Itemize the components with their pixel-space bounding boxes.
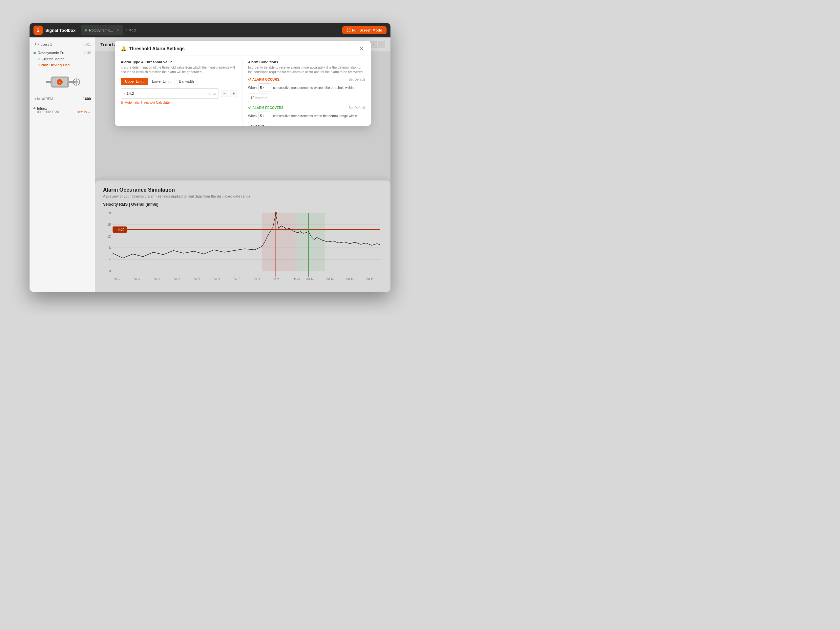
alarm-occurs-inputs: When 5 ▾ consecutive measurements exceed… [248,83,365,102]
recovers-count-arrow: ▾ [263,115,264,117]
alarm-recovers-hours-select[interactable]: 12 hours ▾ [248,122,269,126]
alarm-recovers-set-default[interactable]: Set Default [349,106,365,110]
right-panel: Trend Analytics 📈 Chart Selection Defaul… [95,38,390,292]
fullscreen-button[interactable]: ⛶ Full Screen Mode [342,26,387,34]
alarm-type-title: Alarm Type & Threshold Value [121,60,237,64]
when-label-recovers: When [248,114,257,118]
threshold-row: ↑ 14.2 mm/s − + [121,88,237,99]
infinity-status-dot [33,107,35,109]
process-name: Process 1 [38,43,52,46]
infinity-name: Infinity [37,106,47,110]
alarm-occurs-label: ↺ ALARM OCCURS, [248,78,280,81]
alarm-occurs-count-select[interactable]: 5 ▾ [258,83,272,92]
top-bar: S Signal Toolbox Rotodynamic... ✕ + Add … [30,23,390,38]
occurs-count: 5 [260,86,262,90]
alarm-occurs-header: ↺ ALARM OCCURS, Set Default [248,78,365,81]
alarm-recovers-text: ALARM RECOVERS, [252,106,284,110]
alarm-occurs-section: ↺ ALARM OCCURS, Set Default When 5 [248,78,365,102]
rpm-value: 1600 [83,97,91,101]
svg-rect-4 [46,81,51,83]
alarm-recovers-count-select[interactable]: 5 ▾ [258,112,272,120]
process-label: ↺ Process 1 [33,43,52,46]
modal-left-section: Alarm Type & Threshold Value It is the d… [121,60,243,126]
tab-upper-limit[interactable]: Upper Limit [121,78,148,85]
fullscreen-icon: ⛶ [347,28,351,32]
process-icon: ↺ [33,43,36,46]
non-driving-end-label: Non Driving End [41,63,69,67]
machine-item[interactable]: Rotodynamic Pu... #245 [30,49,95,56]
auto-calc-button[interactable]: ⊞ Automatic Threshold Calculate [121,101,237,104]
machine-id: #245 [84,51,91,55]
electric-motor-label: Electric Motor [42,57,64,61]
hours-select-arrow: ▾ [265,96,267,99]
alarm-recovers-inputs: When 5 ▾ consecutive measurements are in… [248,112,365,126]
infinity-sub: 00:00:00:00:30 Details → [33,110,91,114]
alarm-type-desc: It is the determination of the threshold… [121,65,237,74]
alarm-tab-row: Upper Limit Lower Limit Banwidth [121,78,237,85]
svg-text:S: S [59,81,61,84]
threshold-increment[interactable]: + [230,90,237,97]
recovers-hours: 12 hours [250,124,264,126]
machine-name-area: Rotodynamic Pu... [33,51,67,55]
threshold-unit: mm/s [208,92,216,95]
modal-header: 🔔 Threshold Alarm Settings ✕ [115,41,371,55]
main-tab[interactable]: Rotodynamic... ✕ [81,25,123,35]
rpm-icon: ⊙ [33,97,36,101]
infinity-item: Infinity 00:00:00:00:30 Details → [30,105,95,115]
app-logo-icon: S [33,25,43,35]
add-tab-button[interactable]: + Add [123,25,139,35]
recovers-middle-text: consecutive measurements are in the norm… [273,114,357,118]
alarm-conditions-title: Alarm Conditions [248,60,365,64]
alarm-conditions-desc: In order to be able to receive alarms mo… [248,65,365,74]
threshold-number: 14.2 [127,91,134,96]
sidebar-item-non-driving-end[interactable]: ◇ Non Driving End [30,62,95,68]
count-select-arrow: ▾ [263,86,264,89]
modal-title-area: 🔔 Threshold Alarm Settings [121,46,185,51]
recovers-count: 5 [260,114,262,118]
machine-stats: ⊙ Initial RPM 1600 [30,95,95,102]
sidebar: ↺ Process 1 #001 Rotodynamic Pu... #245 … [30,38,95,292]
diamond-icon: ◇ [38,63,40,66]
modal-body: Alarm Type & Threshold Value It is the d… [115,55,371,126]
calc-icon: ⊞ [121,101,123,104]
threshold-alarm-modal: 🔔 Threshold Alarm Settings ✕ Alarm Type … [115,41,371,126]
auto-calc-label: Automatic Threshold Calculate [125,101,170,104]
recover-icon: ↺ [248,106,251,110]
alarm-recovers-label: ↺ ALARM RECOVERS, [248,106,284,110]
machine-status-dot [33,52,36,54]
logo-area: S Signal Toolbox [33,25,76,35]
threshold-decrement[interactable]: − [221,90,228,97]
alarm-occurs-set-default[interactable]: Set Default [349,78,365,81]
process-header: ↺ Process 1 #001 [30,41,95,47]
modal-close-button[interactable]: ✕ [358,45,365,52]
tab-close-icon[interactable]: ✕ [117,28,119,32]
alarm-recovers-section: ↺ ALARM RECOVERS, Set Default When 5 [248,106,365,126]
main-content: ↺ Process 1 #001 Rotodynamic Pu... #245 … [30,38,390,292]
bell-icon: 🔔 [121,46,126,51]
machine-image-area: S [30,68,95,95]
gear-icon: ⚙ [38,57,40,61]
threshold-val: ↑ 14.2 [124,91,134,96]
tab-name: Rotodynamic... [89,28,113,32]
modal-title: Threshold Alarm Settings [129,46,185,51]
refresh-icon: ↺ [248,78,251,81]
infinity-time: 00:00:00:00:30 [37,110,59,114]
alarm-occurs-hours-select[interactable]: 12 hours ▾ [248,93,269,102]
app-title: Signal Toolbox [45,28,76,33]
modal-overlay: 🔔 Threshold Alarm Settings ✕ Alarm Type … [95,38,390,292]
fullscreen-label: Full Screen Mode [352,28,382,32]
infinity-details-link[interactable]: Details → [77,110,91,114]
threshold-input[interactable]: ↑ 14.2 mm/s [121,88,219,99]
recovers-hours-arrow: ▾ [265,125,267,126]
rpm-label: ⊙ Initial RPM [33,97,53,101]
when-label-occurs: When [248,86,257,90]
occurs-middle-text: consecutive measurements exceed the thre… [273,86,354,90]
alarm-recovers-header: ↺ ALARM RECOVERS, Set Default [248,106,365,110]
tab-bandwidth[interactable]: Banwidth [175,78,198,85]
tab-bar: Rotodynamic... ✕ + Add [81,25,138,35]
sidebar-item-electric-motor[interactable]: ⚙ Electric Motor [30,56,95,62]
motor-diagram: S [44,72,81,92]
tab-status-dot [85,29,87,32]
tab-lower-limit[interactable]: Lower Limit [148,78,175,85]
process-id: #001 [84,43,91,46]
